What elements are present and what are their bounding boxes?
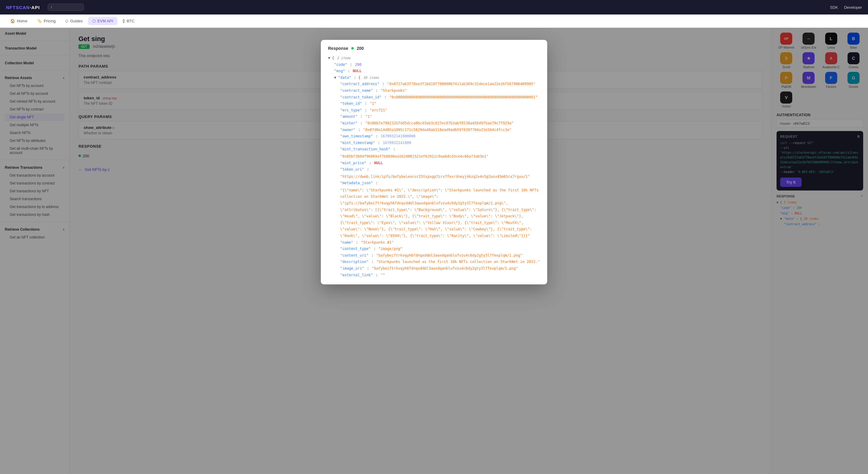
json-description: "description" : "Starkpunks launched as … — [340, 259, 540, 265]
json-erc-type: "erc_type" : "erc721" — [340, 107, 540, 114]
json-row-msg: "msg" : NULL — [334, 68, 540, 75]
json-token-id: "token_id" : "1" — [340, 100, 540, 107]
top-nav: NFTSCAN·API SDK Developer — [0, 0, 868, 14]
json-row-data: ▼ "data" : { 30 items — [334, 75, 540, 81]
logo: NFTSCAN·API — [6, 5, 40, 10]
json-body: "code" : 200 "msg" : NULL ▼ "data" — [328, 62, 540, 279]
json-minter: "minter" : "0x06b7e798232b7dd5dcca0bc45e… — [340, 120, 540, 127]
tab-pricing[interactable]: 🏷️ Pricing — [33, 17, 60, 25]
json-contract-address: "contract_address" : "0x0727a63f78ee3f1b… — [340, 81, 540, 88]
home-icon: 🏠 — [10, 19, 15, 23]
json-external-link: "external_link" : "" — [340, 272, 540, 279]
json-root: ▼ { 3 items — [328, 55, 540, 62]
json-contract-name: "contract_name" : "Starkpunks" — [340, 88, 540, 94]
top-nav-links: SDK Developer — [830, 5, 862, 10]
tab-btc[interactable]: ₿ BTC — [119, 17, 139, 25]
json-tree: ▼ { 3 items "code" : 200 "msg" : — [328, 55, 540, 278]
json-metadata-json: "metadata_json" : "{\"name\": \"Starkpun… — [340, 180, 540, 239]
json-data-children: "contract_address" : "0x0727a63f78ee3f1b… — [334, 81, 540, 278]
json-owner: "owner" : "0x07d0a14d05a1095c171c5829da4… — [340, 127, 540, 134]
modal-status-dot — [351, 47, 354, 50]
json-contract-token-id: "contract_token_id" : "0x000000000000000… — [340, 94, 540, 101]
json-own-timestamp: "own_timestamp" : 1670932141000000 — [340, 133, 540, 140]
search-input[interactable] — [48, 4, 84, 11]
modal-status-code: 200 — [357, 46, 364, 51]
tab-home[interactable]: 🏠 Home — [6, 17, 32, 25]
json-amount: "amount" : "1" — [340, 114, 540, 120]
json-row-code: "code" : 200 — [334, 62, 540, 68]
json-content-uri: "content_uri" : "bafybeiftrkvqyh6fdnqxdd… — [340, 253, 540, 259]
modal-overlay[interactable]: Response 200 ▼ { 3 items "code" : 200 — [0, 28, 868, 474]
main-layout: Asset Model Transaction Model Collection… — [0, 28, 868, 474]
modal-header: Response 200 — [328, 46, 540, 51]
json-content-type: "content_type" : "image/png" — [340, 246, 540, 253]
tab-evm-api[interactable]: ⬡ EVM API — [88, 17, 117, 25]
pricing-icon: 🏷️ — [37, 19, 42, 23]
nav-tabs: 🏠 Home 🏷️ Pricing ◇ Guides ⬡ EVM API ₿ B… — [0, 14, 868, 28]
json-image-uri: "image_uri" : "bafybeiftrkvqyh6fdnqxddml… — [340, 265, 540, 272]
json-mint-price: "mint_price" : NULL — [340, 160, 540, 167]
json-token-uri: "token_uri" : "https://dweb.link/ipfs/ba… — [340, 166, 540, 180]
evm-icon: ⬡ — [92, 19, 96, 23]
developer-link[interactable]: Developer — [844, 5, 862, 10]
btc-icon: ₿ — [123, 19, 125, 23]
guides-icon: ◇ — [65, 19, 68, 23]
tab-guides[interactable]: ◇ Guides — [61, 17, 87, 25]
sdk-link[interactable]: SDK — [830, 5, 838, 10]
json-name: "name" : "Starkpunks #1" — [340, 239, 540, 246]
response-label: Response — [328, 46, 348, 51]
modal-dialog: Response 200 ▼ { 3 items "code" : 200 — [321, 40, 547, 285]
json-mint-tx-hash: "mint_transaction_hash" : "0x05bf3b04f96… — [340, 146, 540, 160]
json-mint-timestamp: "mint_timestamp" : 1670932141000 — [340, 140, 540, 146]
